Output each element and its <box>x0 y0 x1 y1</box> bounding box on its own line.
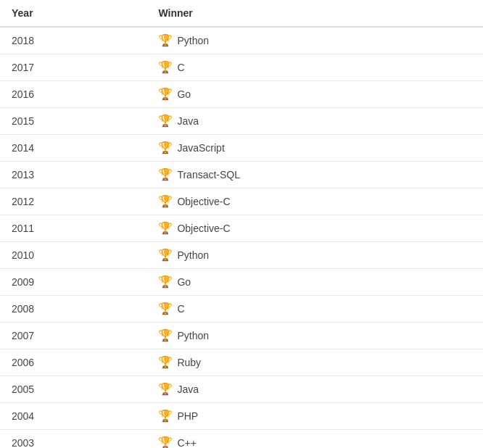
winner-cell: 🏆Python <box>146 323 483 349</box>
table-header-row: Year Winner <box>0 0 483 27</box>
table-row: 2004🏆PHP <box>0 403 483 430</box>
winner-name: Java <box>177 115 199 127</box>
table-row: 2009🏆Go <box>0 269 483 296</box>
trophy-icon: 🏆 <box>158 276 173 288</box>
year-cell: 2008 <box>0 296 146 323</box>
winner-name: Ruby <box>177 357 201 368</box>
trophy-icon: 🏆 <box>158 223 173 234</box>
winner-cell: 🏆C <box>146 54 483 81</box>
year-cell: 2005 <box>0 376 146 403</box>
year-cell: 2018 <box>0 27 146 54</box>
winner-name: Python <box>177 330 209 341</box>
trophy-icon: 🏆 <box>158 303 173 315</box>
trophy-icon: 🏆 <box>158 88 173 100</box>
table-row: 2007🏆Python <box>0 323 483 349</box>
year-cell: 2009 <box>0 269 146 296</box>
table-row: 2014🏆JavaScript <box>0 135 483 162</box>
winner-cell: 🏆Ruby <box>146 349 483 376</box>
table-row: 2003🏆C++ <box>0 430 483 449</box>
winner-cell: 🏆Java <box>146 108 483 135</box>
trophy-icon: 🏆 <box>158 437 173 448</box>
table-row: 2006🏆Ruby <box>0 349 483 376</box>
table-row: 2010🏆Python <box>0 242 483 269</box>
winner-name: Python <box>177 249 209 261</box>
year-cell: 2004 <box>0 403 146 430</box>
winner-cell: 🏆Objective-C <box>146 215 483 242</box>
year-cell: 2011 <box>0 215 146 242</box>
winner-name: Python <box>177 35 209 46</box>
year-cell: 2010 <box>0 242 146 269</box>
winner-cell: 🏆PHP <box>146 403 483 430</box>
winner-name: Go <box>177 88 191 100</box>
trophy-icon: 🏆 <box>158 142 173 154</box>
winner-cell: 🏆Java <box>146 376 483 403</box>
table-row: 2011🏆Objective-C <box>0 215 483 242</box>
winner-name: Go <box>177 276 191 288</box>
year-column-header: Year <box>0 0 146 27</box>
winner-cell: 🏆Python <box>146 27 483 54</box>
winner-name: Java <box>177 383 199 395</box>
winner-name: C <box>177 62 184 73</box>
winner-name: C <box>177 303 184 315</box>
trophy-icon: 🏆 <box>158 330 173 341</box>
trophy-icon: 🏆 <box>158 196 173 207</box>
trophy-icon: 🏆 <box>158 357 173 368</box>
tiobe-table: Year Winner 2018🏆Python2017🏆C2016🏆Go2015… <box>0 0 483 448</box>
winner-column-header: Winner <box>146 0 483 27</box>
year-cell: 2015 <box>0 108 146 135</box>
winner-name: JavaScript <box>177 142 224 154</box>
table-row: 2008🏆C <box>0 296 483 323</box>
winner-name: Objective-C <box>177 196 230 207</box>
winner-cell: 🏆C++ <box>146 430 483 449</box>
trophy-icon: 🏆 <box>158 62 173 73</box>
year-cell: 2013 <box>0 162 146 188</box>
winner-name: C++ <box>177 437 196 448</box>
year-cell: 2007 <box>0 323 146 349</box>
winner-name: Objective-C <box>177 223 230 234</box>
winner-cell: 🏆Go <box>146 81 483 108</box>
winners-table: Year Winner 2018🏆Python2017🏆C2016🏆Go2015… <box>0 0 483 448</box>
table-row: 2018🏆Python <box>0 27 483 54</box>
trophy-icon: 🏆 <box>158 35 173 46</box>
winner-cell: 🏆Python <box>146 242 483 269</box>
winner-name: PHP <box>177 410 198 422</box>
winner-cell: 🏆Objective-C <box>146 188 483 215</box>
trophy-icon: 🏆 <box>158 115 173 127</box>
table-row: 2016🏆Go <box>0 81 483 108</box>
winner-cell: 🏆C <box>146 296 483 323</box>
table-row: 2005🏆Java <box>0 376 483 403</box>
year-cell: 2016 <box>0 81 146 108</box>
trophy-icon: 🏆 <box>158 383 173 395</box>
winner-name: Transact-SQL <box>177 169 240 181</box>
trophy-icon: 🏆 <box>158 410 173 422</box>
year-cell: 2003 <box>0 430 146 449</box>
winner-cell: 🏆Transact-SQL <box>146 162 483 188</box>
winner-cell: 🏆Go <box>146 269 483 296</box>
table-row: 2017🏆C <box>0 54 483 81</box>
year-cell: 2006 <box>0 349 146 376</box>
table-row: 2012🏆Objective-C <box>0 188 483 215</box>
trophy-icon: 🏆 <box>158 169 173 181</box>
year-cell: 2014 <box>0 135 146 162</box>
trophy-icon: 🏆 <box>158 249 173 261</box>
winner-cell: 🏆JavaScript <box>146 135 483 162</box>
year-cell: 2017 <box>0 54 146 81</box>
table-row: 2013🏆Transact-SQL <box>0 162 483 188</box>
year-cell: 2012 <box>0 188 146 215</box>
table-row: 2015🏆Java <box>0 108 483 135</box>
